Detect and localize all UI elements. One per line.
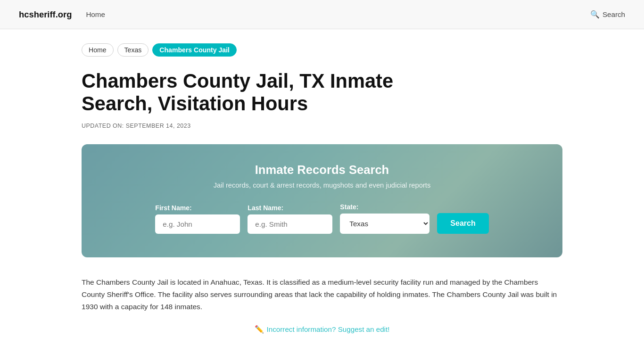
suggest-edit-link[interactable]: ✏️ Incorrect information? Suggest an edi… [255,325,390,334]
navbar-home-link[interactable]: Home [86,10,105,18]
state-select[interactable]: AlabamaAlaskaArizonaArkansasCaliforniaCo… [340,214,429,234]
search-form: First Name: Last Name: State: AlabamaAla… [105,203,539,234]
description-text: The Chambers County Jail is located in A… [82,276,562,313]
pencil-icon: ✏️ [255,325,264,334]
last-name-group: Last Name: [248,204,332,234]
navbar-search[interactable]: 🔍 Search [590,10,625,19]
last-name-label: Last Name: [248,204,283,212]
search-box-title: Inmate Records Search [105,163,539,177]
first-name-group: First Name: [155,204,240,234]
last-name-input[interactable] [248,214,332,234]
breadcrumb: Home Texas Chambers County Jail [82,43,562,57]
navbar-search-label: Search [603,10,625,18]
suggest-edit-label: Incorrect information? Suggest an edit! [267,325,390,333]
search-box-subtitle: Jail records, court & arrest records, mu… [105,181,539,189]
breadcrumb-home[interactable]: Home [82,43,114,57]
first-name-input[interactable] [155,214,240,234]
search-icon: 🔍 [590,10,600,19]
page-title: Chambers County Jail, TX Inmate Search, … [82,70,468,115]
first-name-label: First Name: [155,204,191,212]
breadcrumb-chambers[interactable]: Chambers County Jail [152,43,237,57]
state-group: State: AlabamaAlaskaArizonaArkansasCalif… [340,203,429,234]
updated-date: UPDATED ON: SEPTEMBER 14, 2023 [82,123,562,129]
content-wrap: Home Texas Chambers County Jail Chambers… [63,29,581,362]
navbar: hcsheriff.org Home 🔍 Search [0,0,644,29]
suggest-edit-section: ✏️ Incorrect information? Suggest an edi… [82,325,562,334]
inmate-search-box: Inmate Records Search Jail records, cour… [82,144,562,257]
search-button[interactable]: Search [437,213,488,234]
state-label: State: [340,203,358,211]
breadcrumb-texas[interactable]: Texas [117,43,149,57]
navbar-brand[interactable]: hcsheriff.org [19,9,72,20]
